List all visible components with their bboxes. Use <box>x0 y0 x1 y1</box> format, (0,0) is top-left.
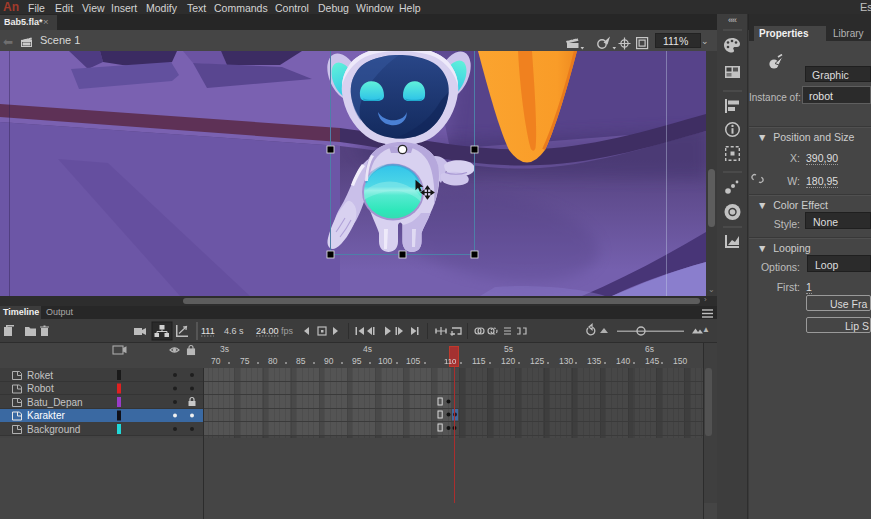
svg-text:150: 150 <box>673 356 687 366</box>
svg-text:100: 100 <box>378 356 392 366</box>
svg-text:70: 70 <box>211 356 221 366</box>
svg-text:130: 130 <box>559 356 573 366</box>
svg-text:6s: 6s <box>645 344 654 354</box>
svg-text:125: 125 <box>530 356 544 366</box>
svg-text:75: 75 <box>240 356 250 366</box>
svg-text:105: 105 <box>406 356 420 366</box>
svg-text:24.00 fps: 24.00 fps <box>256 326 294 336</box>
svg-text:5s: 5s <box>504 344 513 354</box>
svg-text:4.6 s: 4.6 s <box>224 326 244 336</box>
svg-text:95: 95 <box>352 356 362 366</box>
svg-text:145: 145 <box>645 356 659 366</box>
svg-text:90: 90 <box>324 356 334 366</box>
svg-text:85: 85 <box>296 356 306 366</box>
svg-text:3s: 3s <box>220 344 229 354</box>
svg-text:80: 80 <box>268 356 278 366</box>
svg-text:120: 120 <box>501 356 515 366</box>
svg-text:135: 135 <box>587 356 601 366</box>
svg-text:140: 140 <box>616 356 630 366</box>
svg-text:4s: 4s <box>363 344 372 354</box>
svg-text:115: 115 <box>472 356 486 366</box>
svg-text:111: 111 <box>201 326 215 336</box>
